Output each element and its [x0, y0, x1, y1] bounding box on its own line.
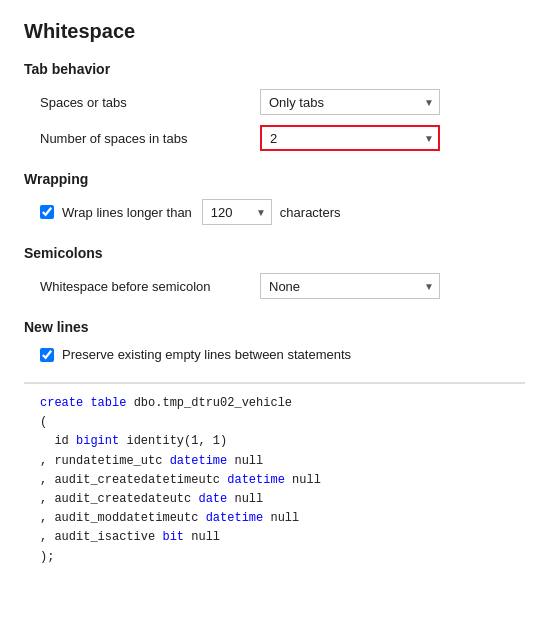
wrap-value-dropdown-wrapper: 80 100 120 160 ▼	[202, 199, 272, 225]
page-title: Whitespace	[24, 20, 525, 43]
number-of-spaces-row: Number of spaces in tabs 2 4 ▼	[24, 125, 525, 151]
wrapping-section: Wrapping Wrap lines longer than 80 100 1…	[24, 171, 525, 225]
preserve-empty-lines-checkbox[interactable]	[40, 348, 54, 362]
preserve-empty-lines-row: Preserve existing empty lines between st…	[24, 347, 525, 362]
code-line-3: id bigint identity(1, 1)	[40, 432, 509, 451]
wrap-lines-label: Wrap lines longer than	[62, 205, 192, 220]
code-line-8: , audit_isactive bit null	[40, 528, 509, 547]
preserve-empty-lines-label: Preserve existing empty lines between st…	[62, 347, 351, 362]
spaces-or-tabs-label: Spaces or tabs	[40, 95, 260, 110]
whitespace-before-semicolon-label: Whitespace before semicolon	[40, 279, 260, 294]
wrap-value-dropdown[interactable]: 80 100 120 160	[202, 199, 272, 225]
spaces-or-tabs-dropdown[interactable]: Spaces Only tabs Tabs	[260, 89, 440, 115]
number-of-spaces-dropdown[interactable]: 2 4	[260, 125, 440, 151]
spaces-or-tabs-row: Spaces or tabs Spaces Only tabs Tabs ▼	[24, 89, 525, 115]
code-line-4: , rundatetime_utc datetime null	[40, 452, 509, 471]
whitespace-before-semicolon-dropdown-wrapper: None Space ▼	[260, 273, 440, 299]
code-line-7: , audit_moddatetimeutc datetime null	[40, 509, 509, 528]
new-lines-section: New lines Preserve existing empty lines …	[24, 319, 525, 362]
characters-label: characters	[280, 205, 341, 220]
tab-behavior-section: Tab behavior Spaces or tabs Spaces Only …	[24, 61, 525, 151]
code-line-1: create table dbo.tmp_dtru02_vehicle	[40, 394, 509, 413]
spaces-or-tabs-dropdown-wrapper: Spaces Only tabs Tabs ▼	[260, 89, 440, 115]
wrap-lines-row: Wrap lines longer than 80 100 120 160 ▼ …	[24, 199, 525, 225]
code-preview: create table dbo.tmp_dtru02_vehicle ( id…	[24, 383, 525, 577]
number-of-spaces-label: Number of spaces in tabs	[40, 131, 260, 146]
code-line-6: , audit_createdateutc date null	[40, 490, 509, 509]
settings-page: Whitespace Tab behavior Spaces or tabs S…	[0, 0, 549, 597]
code-line-9: );	[40, 548, 509, 567]
whitespace-before-semicolon-dropdown[interactable]: None Space	[260, 273, 440, 299]
whitespace-before-semicolon-row: Whitespace before semicolon None Space ▼	[24, 273, 525, 299]
semicolons-title: Semicolons	[24, 245, 525, 261]
wrap-lines-checkbox[interactable]	[40, 205, 54, 219]
semicolons-section: Semicolons Whitespace before semicolon N…	[24, 245, 525, 299]
code-line-5: , audit_createdatetimeutc datetime null	[40, 471, 509, 490]
wrapping-title: Wrapping	[24, 171, 525, 187]
number-of-spaces-dropdown-wrapper: 2 4 ▼	[260, 125, 440, 151]
tab-behavior-title: Tab behavior	[24, 61, 525, 77]
new-lines-title: New lines	[24, 319, 525, 335]
code-line-2: (	[40, 413, 509, 432]
